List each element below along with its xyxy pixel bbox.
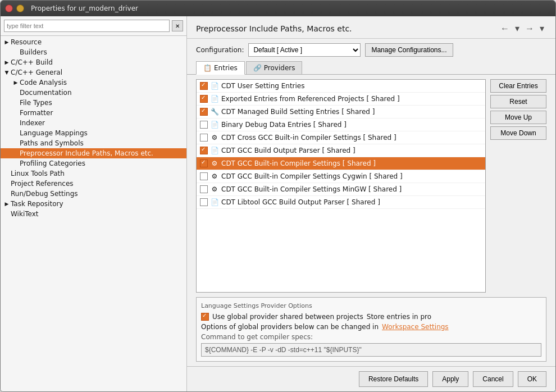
apply-button[interactable]: Apply bbox=[432, 371, 468, 387]
tab-providers[interactable]: 🔗Providers bbox=[246, 61, 303, 74]
entry-row-3[interactable]: 📄Binary Debug Data Entries [ Shared ] bbox=[197, 118, 485, 131]
entry-checkbox-2[interactable] bbox=[200, 108, 208, 116]
sidebar-item-resource[interactable]: ▶Resource bbox=[1, 37, 186, 47]
sidebar-item-paths_and_symbols[interactable]: Paths and Symbols bbox=[1, 138, 186, 148]
filter-input[interactable] bbox=[4, 20, 170, 32]
tree-label-project_references: Project References bbox=[11, 180, 74, 188]
tree-label-preprocessor: Preprocessor Include Paths, Macros etc. bbox=[20, 149, 153, 157]
tree-label-resource: Resource bbox=[11, 38, 42, 46]
store-label: Store entries in pro bbox=[367, 313, 431, 321]
entry-checkbox-6[interactable] bbox=[200, 159, 208, 167]
nav-forward-button[interactable]: → bbox=[523, 22, 536, 35]
panel-title: Preprocessor Include Paths, Macros etc. bbox=[196, 24, 352, 33]
entry-row-2[interactable]: 🔧CDT Managed Build Setting Entries [ Sha… bbox=[197, 106, 485, 118]
ok-button[interactable]: OK bbox=[518, 371, 546, 387]
tree-arrow-cpp_general: ▼ bbox=[3, 69, 11, 76]
command-input[interactable] bbox=[201, 343, 541, 357]
sidebar-item-cpp_build[interactable]: ▶C/C++ Build bbox=[1, 57, 186, 67]
minimize-btn[interactable] bbox=[16, 4, 24, 12]
entry-text-2: CDT Managed Build Setting Entries [ Shar… bbox=[221, 108, 375, 116]
tree-arrow-preprocessor bbox=[12, 149, 20, 157]
cancel-button[interactable]: Cancel bbox=[473, 371, 513, 387]
tree-arrow-cpp_build: ▶ bbox=[3, 58, 11, 66]
entry-row-6[interactable]: ⚙CDT GCC Built-in Compiler Settings [ Sh… bbox=[197, 157, 485, 170]
entry-text-1: Exported Entries from Referenced Project… bbox=[221, 95, 400, 103]
tree-arrow-formatter bbox=[12, 109, 20, 117]
entry-text-3: Binary Debug Data Entries [ Shared ] bbox=[221, 121, 347, 129]
entry-row-1[interactable]: 📄Exported Entries from Referenced Projec… bbox=[197, 93, 485, 106]
tab-entries[interactable]: 📋Entries bbox=[196, 61, 245, 75]
restore-defaults-button[interactable]: Restore Defaults bbox=[359, 371, 428, 387]
entry-icon-2: 🔧 bbox=[210, 107, 219, 116]
sidebar-item-wikitext[interactable]: WikiText bbox=[1, 209, 186, 219]
sidebar-item-code_analysis[interactable]: ▶Code Analysis bbox=[1, 78, 186, 88]
sidebar-item-file_types[interactable]: File Types bbox=[1, 98, 186, 108]
sidebar-item-linux_tools_path[interactable]: Linux Tools Path bbox=[1, 168, 186, 179]
entry-row-8[interactable]: ⚙CDT GCC Built-in Compiler Settings MinG… bbox=[197, 183, 485, 196]
manage-configurations-button[interactable]: Manage Configurations... bbox=[365, 43, 453, 57]
sidebar: ✕ ▶ResourceBuilders▶C/C++ Build▼C/C++ Ge… bbox=[1, 16, 187, 391]
entry-row-4[interactable]: ⚙CDT Cross GCC Built-in Compiler Setting… bbox=[197, 131, 485, 144]
filter-clear-button[interactable]: ✕ bbox=[172, 20, 183, 31]
entries-area: 📄CDT User Setting Entries📄Exported Entri… bbox=[187, 75, 555, 297]
entry-text-6: CDT GCC Built-in Compiler Settings [ Sha… bbox=[221, 159, 376, 167]
tree-label-indexer: Indexer bbox=[20, 119, 45, 127]
sidebar-item-builders[interactable]: Builders bbox=[1, 47, 186, 57]
configuration-select[interactable]: Default [ Active ] bbox=[248, 43, 361, 57]
tree-label-file_types: File Types bbox=[20, 99, 52, 107]
options-row: Options of global providers below can be… bbox=[201, 323, 541, 331]
sidebar-item-profiling_categories[interactable]: Profiling Categories bbox=[1, 158, 186, 168]
move-up-button[interactable]: Move Up bbox=[490, 111, 546, 124]
tree-label-cpp_build: C/C++ Build bbox=[11, 58, 53, 66]
move-down-button[interactable]: Move Down bbox=[490, 126, 546, 140]
tree-arrow-project_references bbox=[3, 180, 11, 188]
sidebar-item-task_repository[interactable]: ▶Task Repository bbox=[1, 199, 186, 209]
entry-icon-9: 📄 bbox=[210, 198, 219, 207]
sidebar-item-documentation[interactable]: Documentation bbox=[1, 88, 186, 98]
tree-label-task_repository: Task Repository bbox=[11, 200, 63, 208]
entry-icon-8: ⚙ bbox=[210, 185, 219, 194]
entry-row-5[interactable]: 📄CDT GCC Build Output Parser [ Shared ] bbox=[197, 144, 485, 157]
sidebar-item-indexer[interactable]: Indexer bbox=[1, 118, 186, 128]
main-window: Properties for ur_modern_driver ✕ ▶Resou… bbox=[0, 0, 556, 392]
tree-label-cpp_general: C/C++ General bbox=[11, 69, 62, 76]
entry-checkbox-9[interactable] bbox=[200, 198, 208, 206]
workspace-settings-link[interactable]: Workspace Settings bbox=[382, 323, 449, 331]
tab-icon-entries: 📋 bbox=[203, 64, 212, 72]
sidebar-item-language_mappings[interactable]: Language Mappings bbox=[1, 128, 186, 138]
main-content: ✕ ▶ResourceBuilders▶C/C++ Build▼C/C++ Ge… bbox=[1, 16, 555, 391]
tree-label-code_analysis: Code Analysis bbox=[20, 79, 67, 86]
tree-arrow-wikitext bbox=[3, 210, 11, 218]
entry-checkbox-0[interactable] bbox=[200, 82, 208, 90]
tree-label-builders: Builders bbox=[20, 48, 47, 56]
entry-checkbox-1[interactable] bbox=[200, 95, 208, 103]
close-btn[interactable] bbox=[5, 4, 13, 12]
entry-checkbox-5[interactable] bbox=[200, 147, 208, 154]
use-global-checkbox[interactable] bbox=[201, 313, 209, 321]
sidebar-item-project_references[interactable]: Project References bbox=[1, 179, 186, 189]
entry-checkbox-8[interactable] bbox=[200, 185, 208, 193]
tree-arrow-documentation bbox=[12, 89, 20, 97]
config-row: Configuration: Default [ Active ] Manage… bbox=[187, 39, 555, 61]
sidebar-item-run_debug[interactable]: Run/Debug Settings bbox=[1, 189, 186, 199]
sidebar-item-preprocessor[interactable]: Preprocessor Include Paths, Macros etc. bbox=[1, 148, 186, 158]
entry-checkbox-3[interactable] bbox=[200, 121, 208, 129]
entry-row-0[interactable]: 📄CDT User Setting Entries bbox=[197, 80, 485, 93]
clear-entries-button[interactable]: Clear Entries bbox=[490, 79, 546, 93]
tree-label-profiling_categories: Profiling Categories bbox=[20, 159, 85, 167]
entry-checkbox-4[interactable] bbox=[200, 134, 208, 142]
tree-arrow-resource: ▶ bbox=[3, 38, 11, 46]
tree-label-formatter: Formatter bbox=[20, 109, 53, 117]
entry-row-9[interactable]: 📄CDT Libtool GCC Build Output Parser [ S… bbox=[197, 196, 485, 209]
nav-forward-dropdown-button[interactable]: ▾ bbox=[537, 22, 546, 35]
reset-button[interactable]: Reset bbox=[490, 95, 546, 108]
nav-back-button[interactable]: ← bbox=[498, 22, 512, 35]
nav-back-dropdown-button[interactable]: ▾ bbox=[513, 22, 522, 35]
entry-text-8: CDT GCC Built-in Compiler Settings MinGW… bbox=[221, 185, 402, 193]
use-global-label: Use global provider shared between proje… bbox=[212, 313, 363, 321]
config-label: Configuration: bbox=[196, 46, 244, 54]
entry-checkbox-7[interactable] bbox=[200, 172, 208, 180]
entry-row-7[interactable]: ⚙CDT GCC Built-in Compiler Settings Cygw… bbox=[197, 170, 485, 183]
sidebar-item-formatter[interactable]: Formatter bbox=[1, 108, 186, 118]
sidebar-item-cpp_general[interactable]: ▼C/C++ General bbox=[1, 67, 186, 78]
